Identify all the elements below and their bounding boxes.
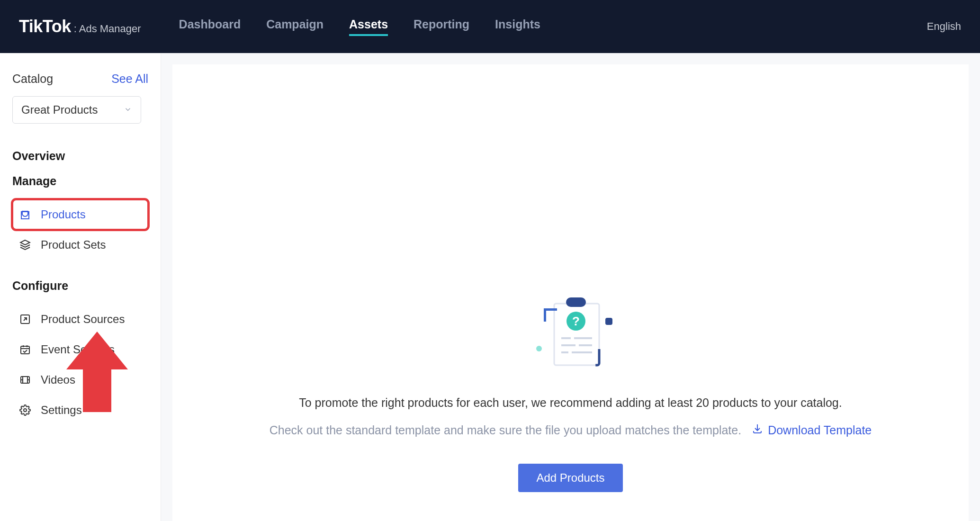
link-icon: [19, 313, 31, 325]
sidebar-item-label: Videos: [41, 373, 75, 386]
tab-campaign[interactable]: Campaign: [266, 18, 324, 36]
empty-state-subtitle-row: Check out the standard template and make…: [270, 423, 872, 437]
svg-point-11: [24, 409, 27, 412]
tab-reporting[interactable]: Reporting: [414, 18, 469, 36]
sidebar-heading-configure: Configure: [12, 279, 148, 293]
sidebar-item-label: Event Sources: [41, 343, 115, 356]
brand-logo: TikTok: [19, 17, 71, 36]
sidebar-item-products[interactable]: Products: [12, 199, 148, 230]
sidebar-item-videos[interactable]: Videos: [12, 365, 148, 395]
sidebar-item-label: Products: [41, 208, 86, 221]
tab-assets[interactable]: Assets: [349, 18, 388, 36]
shopping-bag-icon: [19, 208, 31, 221]
svg-rect-25: [605, 318, 612, 325]
empty-state-subtitle: Check out the standard template and make…: [270, 423, 741, 437]
svg-text:?: ?: [572, 314, 580, 328]
empty-state-title: To promote the right products for each u…: [299, 396, 842, 410]
sidebar-item-event-sources[interactable]: Event Sources: [12, 334, 148, 365]
sidebar: Catalog See All Great Products Overview …: [0, 53, 161, 521]
sidebar-heading-overview[interactable]: Overview: [12, 149, 148, 163]
layers-icon: [19, 239, 31, 251]
sidebar-item-product-sources[interactable]: Product Sources: [12, 304, 148, 334]
svg-point-26: [536, 346, 542, 351]
sidebar-item-label: Settings: [41, 404, 82, 417]
see-all-link[interactable]: See All: [111, 72, 148, 86]
catalog-label: Catalog: [12, 72, 53, 86]
calendar-icon: [19, 343, 31, 356]
download-icon: [752, 423, 763, 437]
svg-marker-0: [20, 240, 30, 245]
download-template-label: Download Template: [768, 423, 872, 437]
top-nav: TikTok : Ads Manager Dashboard Campaign …: [0, 0, 980, 53]
nav-tabs: Dashboard Campaign Assets Reporting Insi…: [179, 18, 540, 36]
sidebar-item-label: Product Sources: [41, 313, 125, 326]
tab-dashboard[interactable]: Dashboard: [179, 18, 241, 36]
video-icon: [19, 374, 31, 386]
empty-state-illustration: ?: [521, 292, 620, 377]
chevron-down-icon: [124, 103, 132, 117]
gear-icon: [19, 404, 31, 416]
main-panel: ? To promote the right products for each…: [172, 64, 969, 521]
svg-rect-16: [566, 297, 586, 307]
brand-sub: : Ads Manager: [74, 23, 141, 35]
catalog-selected-value: Great Products: [21, 103, 98, 117]
download-template-link[interactable]: Download Template: [752, 423, 872, 437]
tab-insights[interactable]: Insights: [495, 18, 540, 36]
language-selector[interactable]: English: [927, 20, 961, 33]
catalog-dropdown[interactable]: Great Products: [12, 96, 141, 124]
svg-rect-2: [21, 346, 29, 354]
svg-rect-15: [544, 308, 546, 322]
sidebar-item-product-sets[interactable]: Product Sets: [12, 230, 148, 260]
brand: TikTok : Ads Manager: [19, 17, 141, 36]
add-products-button[interactable]: Add Products: [518, 464, 622, 492]
sidebar-item-settings[interactable]: Settings: [12, 395, 148, 425]
sidebar-item-label: Product Sets: [41, 238, 106, 252]
sidebar-heading-manage: Manage: [12, 174, 148, 188]
